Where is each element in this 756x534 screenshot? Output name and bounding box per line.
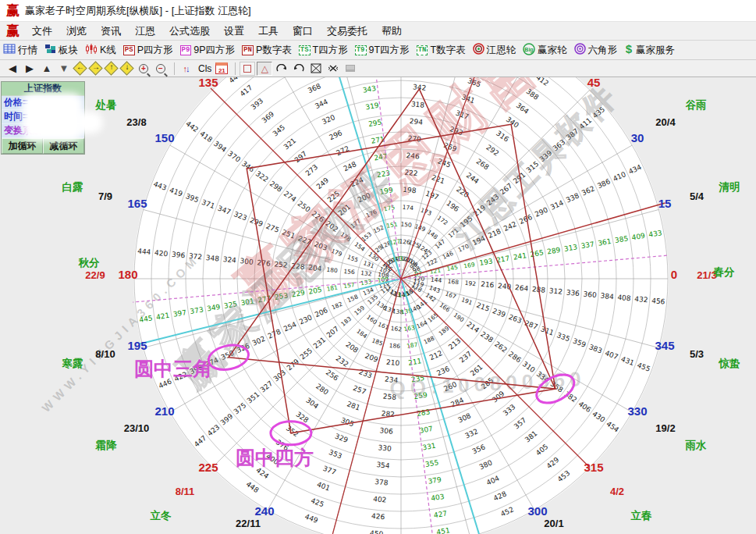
- solar-term-label-180: 秋分: [78, 257, 101, 269]
- toolbar-separator: [174, 62, 175, 75]
- angle-label-180: 180: [118, 268, 137, 281]
- arrow-right-icon[interactable]: ▶: [22, 62, 37, 76]
- wheel-number: 408: [617, 294, 631, 303]
- gann-wheel-chart-area[interactable]: 上证指数 价格=时间=变换系数= 加循环减循环 9798991001011021…: [0, 77, 756, 534]
- angle-label-150: 150: [154, 131, 174, 144]
- arrow-left-icon[interactable]: ◀: [5, 62, 20, 76]
- toolbar-item-quotes[interactable]: 行情: [3, 44, 37, 57]
- boxed-t-square-icon: TS: [299, 45, 311, 55]
- wheel-number: 420: [154, 249, 169, 258]
- toolbar-item-p-number-table[interactable]: PNP数字表: [242, 44, 292, 57]
- toolbar-item-t-square[interactable]: TST四方形: [299, 44, 348, 57]
- triangle-tool-icon[interactable]: △: [257, 62, 272, 76]
- date-label-165: 7/9: [98, 190, 112, 202]
- app-logo-icon: 赢: [6, 2, 20, 20]
- cls-button[interactable]: Cls: [196, 63, 214, 74]
- toolbar-item-gann-wheel[interactable]: 江恩轮: [473, 43, 516, 57]
- angle-label-240: 240: [254, 504, 274, 518]
- wheel-number: 210: [386, 358, 400, 368]
- menu-item-文件[interactable]: 文件: [25, 22, 59, 40]
- wheel-number: 312: [548, 287, 563, 296]
- menu-item-江恩[interactable]: 江恩: [128, 22, 162, 40]
- toolbar-item-kline[interactable]: K线: [85, 44, 116, 57]
- wheel-number: 426: [371, 512, 385, 522]
- menu-item-资讯[interactable]: 资讯: [94, 22, 128, 40]
- angle-label-315: 315: [584, 461, 603, 474]
- solar-term-label-330: 雨水: [685, 440, 708, 451]
- main-toolbar: 行情板块K线PSP四方形P99P四方形PNP数字表TST四方形T99T四方形TN…: [0, 41, 756, 60]
- dollar-icon: $: [624, 43, 634, 57]
- toolbar-item-label: 江恩轮: [487, 44, 516, 57]
- angle-label-330: 330: [627, 404, 647, 418]
- menu-item-设置[interactable]: 设置: [217, 22, 251, 40]
- toolbar-item-label: K线: [100, 44, 116, 57]
- menu-item-公式选股[interactable]: 公式选股: [162, 22, 217, 40]
- wheel-number: 150: [400, 221, 412, 229]
- toolbar-item-label: 赢家服务: [636, 44, 675, 57]
- angle-label-195: 195: [127, 339, 147, 352]
- diamond-right-icon[interactable]: →: [89, 62, 103, 76]
- date-label-210: 23/10: [124, 422, 150, 434]
- hexagon-icon: [574, 43, 586, 57]
- menu-item-工具[interactable]: 工具: [251, 22, 286, 40]
- toolbar-item-label: 六角形: [588, 44, 618, 57]
- menu-item-帮助[interactable]: 帮助: [374, 22, 409, 40]
- solar-term-label-30: 谷雨: [685, 99, 708, 111]
- rotate-cw-icon[interactable]: [274, 62, 289, 76]
- date-label-180: 22/9: [85, 269, 105, 281]
- gann-wheel-svg[interactable]: 9798991001011021031041051061071081091101…: [0, 77, 756, 534]
- wheel-number: 360: [583, 290, 597, 300]
- center-mark-icon[interactable]: [325, 62, 341, 76]
- menu-item-浏览[interactable]: 浏览: [59, 22, 94, 40]
- screen-icon: [343, 62, 358, 76]
- instrument-panel: 上证指数 价格=时间=变换系数= 加循环减循环: [1, 81, 85, 155]
- date-label-195: 8/10: [95, 348, 115, 360]
- angle-label-165: 165: [127, 197, 147, 210]
- toolbar-item-winner-wheel[interactable]: Big赢家轮: [523, 43, 567, 58]
- zoom-in-icon[interactable]: +: [136, 62, 151, 76]
- toolbar-item-label: 9P四方形: [193, 44, 235, 57]
- date-label-240: 22/11: [236, 518, 261, 529]
- wheel-number: 336: [566, 288, 580, 297]
- date-label-15: 5/4: [690, 190, 705, 202]
- angle-label-30: 30: [631, 131, 644, 144]
- svg-text:Big: Big: [524, 47, 533, 53]
- arrow-down-icon[interactable]: ▼: [56, 62, 72, 76]
- toolbar-item-label: T四方形: [313, 44, 348, 57]
- angle-label-225: 225: [198, 461, 218, 474]
- wheel-number: 396: [172, 251, 186, 260]
- toolbar-item-p9-square[interactable]: P99P四方形: [180, 44, 236, 57]
- price-time-icon[interactable]: ↑↓: [179, 62, 194, 76]
- square-annotation: 圆中四方: [236, 447, 314, 468]
- toolbar-item-p-square[interactable]: PSP四方形: [123, 44, 173, 57]
- toolbar-item-label: P数字表: [256, 44, 292, 57]
- wheel-number: 168: [447, 278, 459, 286]
- diamond-down-icon[interactable]: ↓: [120, 62, 134, 76]
- xbox-icon[interactable]: [308, 62, 324, 76]
- diamond-up-icon[interactable]: ↑: [105, 62, 119, 76]
- toolbar-item-sectors[interactable]: 板块: [44, 44, 78, 57]
- triangle-annotation: 圆中三角: [134, 358, 212, 379]
- toolbar-item-t9-square[interactable]: T99T四方形: [355, 44, 410, 57]
- toolbar-item-winner-service[interactable]: $赢家服务: [624, 43, 675, 57]
- menu-item-交易委托[interactable]: 交易委托: [320, 22, 374, 40]
- menu-item-窗口[interactable]: 窗口: [286, 22, 320, 40]
- arrow-up-icon[interactable]: ▲: [39, 62, 55, 76]
- toolbar-separator: [235, 62, 236, 75]
- solar-term-label-0: 春分: [713, 266, 736, 278]
- wheel-number: 330: [378, 443, 392, 453]
- diamond-left-icon[interactable]: ←: [73, 62, 87, 76]
- toolbar-item-t-number-table[interactable]: TNT数字表: [417, 44, 466, 57]
- zoom-out-icon[interactable]: −: [153, 62, 169, 76]
- square-tool-icon[interactable]: [240, 62, 255, 76]
- wheel-number: 354: [376, 461, 390, 470]
- wheel-number: 162: [390, 325, 402, 333]
- wheel-icon: [473, 43, 484, 57]
- calendar-icon[interactable]: 21: [214, 62, 229, 76]
- toolbar-item-label: 板块: [59, 44, 78, 57]
- rotate-ccw-icon[interactable]: [291, 62, 307, 76]
- blocks-icon: [44, 44, 56, 56]
- toolbar-item-hexagon[interactable]: 六角形: [574, 43, 618, 57]
- toolbar-item-label: 行情: [18, 44, 37, 57]
- solar-term-label-15: 清明: [719, 181, 740, 193]
